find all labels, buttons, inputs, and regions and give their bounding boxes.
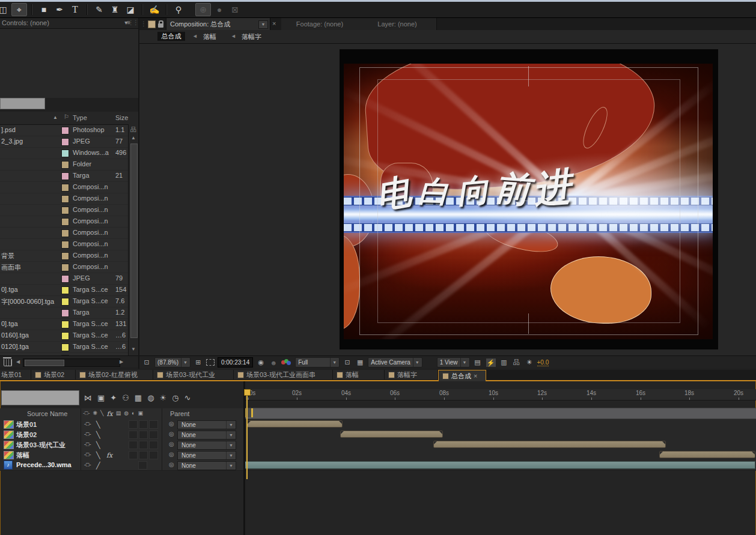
label-swatch[interactable] <box>61 241 69 249</box>
label-tag-icon[interactable]: ⚐ <box>64 113 69 120</box>
tab-scene02-redstar[interactable]: 场景02-红星俯视 <box>76 370 153 379</box>
label-swatch[interactable] <box>61 321 69 328</box>
time-ruler[interactable]: 0:00s 02s 04s 06s 08s 10s 12s 14s 16s 18… <box>244 389 756 400</box>
layer-bar-scene03[interactable] <box>433 441 666 448</box>
sort-arrow-icon[interactable]: ▲ <box>53 115 58 120</box>
layer-bar-luofu[interactable] <box>659 451 755 458</box>
project-item[interactable]: Targa1.2 <box>0 307 128 319</box>
label-swatch[interactable] <box>61 127 69 135</box>
column-type[interactable]: Type <box>73 114 87 121</box>
scroll-down-icon[interactable]: ▼ <box>129 346 138 352</box>
region-of-interest-icon[interactable] <box>206 359 215 366</box>
current-time-indicator[interactable] <box>246 389 248 479</box>
parent-pickwhip-icon[interactable]: ◎ <box>169 441 174 447</box>
fx-badge[interactable]: fx <box>106 452 112 459</box>
snapshot-icon[interactable]: ◉ <box>256 358 266 366</box>
hide-shy-layers-icon[interactable]: ⚇ <box>122 393 129 402</box>
show-snapshot-icon[interactable]: ☻ <box>269 359 278 366</box>
layer-switch-cells[interactable] <box>129 451 158 459</box>
parent-pickwhip-icon[interactable]: ◎ <box>169 461 174 468</box>
frame-blend-column-icon[interactable]: ▤ <box>116 410 121 418</box>
brainstorm-icon[interactable]: ☀ <box>160 393 167 402</box>
project-item[interactable]: ].psdPhotoshop1.1 <box>0 124 128 136</box>
type-tool-icon[interactable]: T <box>68 4 82 16</box>
view-axis-mode-icon[interactable]: ⊠ <box>228 4 242 16</box>
motion-blur-column-icon[interactable]: ◍ <box>124 410 129 418</box>
share-view-icon[interactable]: ▤ <box>473 358 483 366</box>
project-item[interactable]: Composi...n <box>0 204 128 216</box>
graph-editor-icon[interactable]: ∿ <box>184 393 191 402</box>
scroll-thumb[interactable] <box>25 360 64 366</box>
quality-toggle[interactable]: ╲ <box>96 421 100 429</box>
layer-row-luofu[interactable]: 落幅 -□- ╲ fx ◎ None▼ <box>0 450 243 461</box>
collapse-column-icon[interactable]: ❋ <box>93 410 97 418</box>
shy-toggle[interactable]: -□- <box>84 462 91 468</box>
project-columns-header[interactable]: ▲ ⚐ Type Size <box>0 112 138 125</box>
unified-camera-tool-icon[interactable]: ⌖ <box>11 3 27 16</box>
tab-scene03-industry-series[interactable]: 场景03-现代工业画面串 <box>234 370 333 379</box>
current-time-display[interactable]: 0:00:23:14 <box>218 357 253 367</box>
project-item[interactable]: 2_3.jpgJPEG77 <box>0 136 128 148</box>
parent-dropdown[interactable]: None▼ <box>177 441 236 450</box>
flowchart-view-icon[interactable]: ⊡ <box>142 358 151 366</box>
threed-column-icon[interactable]: ▣ <box>138 410 144 418</box>
camera-view-dropdown[interactable]: Active Camera▼ <box>368 357 422 367</box>
label-swatch[interactable] <box>61 184 69 192</box>
lock-icon[interactable] <box>158 23 163 28</box>
quality-toggle[interactable]: ╲ <box>96 441 100 449</box>
adjustment-column-icon[interactable]: ◐ <box>132 410 135 418</box>
transparency-grid-icon[interactable]: ▦ <box>355 358 365 366</box>
target-region-icon[interactable]: ⊡ <box>343 358 352 366</box>
label-swatch[interactable] <box>61 275 69 283</box>
tab-close-icon[interactable]: × <box>272 20 276 27</box>
scroll-left-icon[interactable]: ◀ <box>16 359 20 364</box>
timeline-gray-field[interactable] <box>1 390 79 405</box>
project-item[interactable]: Composi...n <box>0 227 128 239</box>
timeline-pane-divider[interactable] <box>243 381 245 535</box>
rect-shape-tool-icon[interactable]: ■ <box>37 4 51 16</box>
composition-canvas[interactable]: 电白向前进 <box>340 49 718 349</box>
tab-layer[interactable]: Layer: (none) <box>358 18 437 30</box>
brush-tool-icon[interactable]: ✎ <box>92 4 106 16</box>
tab-close-icon[interactable]: × <box>474 372 477 379</box>
tab-composition[interactable]: Composition: 总合成 ▼ <box>166 18 270 30</box>
project-item[interactable]: Composi...n <box>0 181 128 193</box>
comp-color-swatch[interactable] <box>148 20 156 28</box>
tab-scene03-industry[interactable]: 场景03-现代工业 <box>153 370 234 379</box>
fast-preview-icon[interactable]: ⚡ <box>486 358 496 367</box>
parent-pickwhip-icon[interactable]: ◎ <box>169 451 174 458</box>
shy-toggle[interactable]: -□- <box>84 431 91 437</box>
magnification-dropdown[interactable]: (87.8%)▼ <box>154 357 191 367</box>
column-source-name[interactable]: Source Name <box>27 410 67 417</box>
label-swatch[interactable] <box>61 286 69 294</box>
parent-dropdown[interactable]: None▼ <box>177 461 236 470</box>
column-parent[interactable]: Parent <box>170 410 189 417</box>
effect-controls-header[interactable]: Controls: (none) ▾≡ ⋮⋮ <box>0 18 138 29</box>
quality-toggle[interactable]: ╲ <box>96 452 100 459</box>
label-swatch[interactable] <box>61 343 69 351</box>
breadcrumb-mid[interactable]: 落幅 <box>203 32 216 41</box>
label-swatch[interactable] <box>61 195 69 203</box>
current-time-indicator-handle[interactable] <box>244 389 251 396</box>
shy-toggle[interactable]: -□- <box>84 441 91 447</box>
project-item[interactable]: JPEG79 <box>0 273 128 285</box>
work-area-start-handle[interactable] <box>244 408 253 417</box>
project-item[interactable]: 0].tgaTarga S...ce131 <box>0 318 128 330</box>
layer-row-scene01[interactable]: 场景01 -□- ╲ ◎ None▼ <box>0 419 243 430</box>
scroll-right-icon[interactable]: ▶ <box>120 359 123 364</box>
label-swatch[interactable] <box>61 218 69 226</box>
layer-bar-audio[interactable] <box>245 461 755 469</box>
layer-name[interactable]: Precede...30.wma <box>16 461 72 468</box>
motion-blur-icon[interactable]: ◍ <box>147 393 154 402</box>
view-layout-dropdown[interactable]: 1 View▼ <box>437 357 470 367</box>
label-swatch[interactable] <box>61 138 69 146</box>
quality-toggle[interactable]: ╱ <box>96 462 100 470</box>
layer-row-scene02[interactable]: 场景02 -□- ╲ ◎ None▼ <box>0 429 243 440</box>
shy-column-icon[interactable]: -□- <box>83 410 90 418</box>
project-item[interactable]: Folder <box>0 159 128 171</box>
breadcrumb-root[interactable]: 总合成 <box>157 32 185 41</box>
fx-column-icon[interactable]: fx <box>106 410 112 418</box>
project-item[interactable]: 0].tgaTarga S...ce154 <box>0 284 128 296</box>
project-vertical-scrollbar[interactable]: 品 ▲ ▼ <box>128 124 138 355</box>
tab-dropdown-icon[interactable]: ▼ <box>258 20 268 29</box>
